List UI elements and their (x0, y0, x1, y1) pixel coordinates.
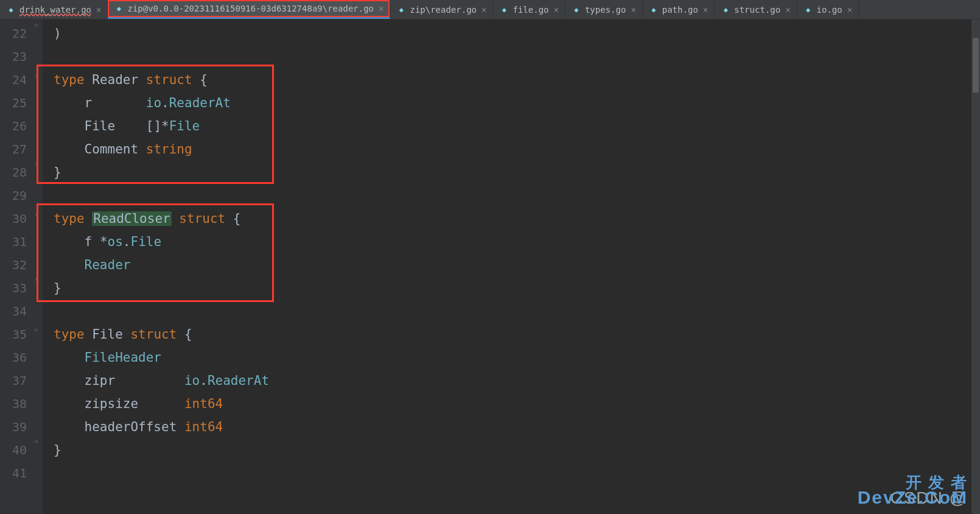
code-line: } (54, 276, 980, 300)
code-line: } (54, 161, 980, 184)
fold-gutter: ⌃ ⌄ ⌃ ⌄ ⌃ ⌄ ⌃ (30, 19, 41, 514)
close-icon[interactable]: × (96, 5, 101, 15)
go-file-icon: ◆ (803, 5, 813, 15)
tab-label: drink_water.go (19, 5, 91, 15)
gutter: 22 23 24 25 26 27 28 29 30 31 32 33 34 3… (0, 19, 43, 514)
tab-label: io.go (817, 5, 842, 15)
tab-zip-reader-versioned[interactable]: ◆ zip@v0.0.0-20231116150916-03d6312748a9… (108, 0, 390, 19)
tab-io[interactable]: ◆ io.go × (797, 0, 859, 19)
tab-label: file.go (513, 5, 548, 15)
scrollbar-thumb[interactable] (973, 38, 979, 93)
tab-label: types.go (585, 5, 626, 15)
tab-zip-reader[interactable]: ◆ zip\reader.go × (390, 0, 493, 19)
code-line: type File struct { (54, 323, 980, 346)
go-file-icon: ◆ (499, 5, 509, 15)
code-line: FileHeader (54, 346, 980, 369)
close-icon[interactable]: × (703, 5, 708, 15)
go-file-icon: ◆ (721, 5, 730, 15)
code-line: r io.ReaderAt (54, 91, 980, 114)
fold-end-icon[interactable]: ⌃ (30, 276, 39, 286)
close-icon[interactable]: × (631, 5, 635, 15)
close-icon[interactable]: × (379, 4, 383, 13)
code-line (54, 300, 980, 323)
code-line: Comment string (54, 138, 980, 161)
tab-file[interactable]: ◆ file.go × (493, 0, 565, 19)
fold-end-icon[interactable]: ⌃ (30, 161, 39, 171)
tab-label: zip@v0.0.0-20231116150916-03d6312748a9\r… (127, 4, 374, 13)
go-file-icon: ◆ (649, 5, 659, 15)
tab-label: struct.go (734, 5, 780, 15)
tab-path[interactable]: ◆ path.go × (643, 0, 715, 19)
close-icon[interactable]: × (481, 5, 486, 15)
code-line: } (54, 438, 980, 462)
tab-drink-water[interactable]: ◆ drink_water.go × (0, 0, 108, 19)
editor-area: 22 23 24 25 26 27 28 29 30 31 32 33 34 3… (0, 19, 980, 514)
close-icon[interactable]: × (785, 5, 790, 15)
code-line (54, 45, 980, 68)
fold-end-icon[interactable]: ⌃ (30, 22, 39, 32)
fold-end-icon[interactable]: ⌃ (30, 438, 39, 448)
fold-start-icon[interactable]: ⌄ (30, 68, 39, 78)
code-line: zipr io.ReaderAt (54, 369, 980, 392)
code-line: Reader (54, 253, 980, 276)
go-file-icon: ◆ (572, 5, 581, 15)
tab-struct[interactable]: ◆ struct.go × (715, 0, 797, 19)
tab-bar: ◆ drink_water.go × ◆ zip@v0.0.0-20231116… (0, 0, 980, 19)
vertical-scrollbar[interactable] (971, 19, 980, 514)
code-line: f *os.File (54, 230, 980, 253)
go-file-icon: ◆ (396, 5, 406, 15)
code-line (54, 184, 980, 207)
code-line: type ReadCloser struct { (54, 207, 980, 230)
close-icon[interactable]: × (847, 5, 852, 15)
fold-start-icon[interactable]: ⌄ (30, 323, 39, 333)
close-icon[interactable]: × (554, 5, 559, 15)
code-line: File []*File (54, 114, 980, 138)
code-line: zipsize int64 (54, 392, 980, 415)
code-line: type Reader struct { (54, 68, 980, 91)
tab-label: path.go (662, 5, 698, 15)
code-line (54, 462, 980, 485)
code-line: ) (54, 22, 980, 45)
watermark: CSDN @ 开 发 者 DevZe.CoM (890, 488, 968, 508)
go-file-icon: ◆ (114, 4, 124, 13)
fold-start-icon[interactable]: ⌄ (30, 207, 39, 217)
tab-types[interactable]: ◆ types.go × (565, 0, 643, 19)
tab-label: zip\reader.go (410, 5, 477, 15)
code-line: headerOffset int64 (54, 415, 980, 438)
code-editor[interactable]: ) type Reader struct { r io.ReaderAt Fil… (43, 19, 980, 514)
go-file-icon: ◆ (6, 5, 16, 15)
